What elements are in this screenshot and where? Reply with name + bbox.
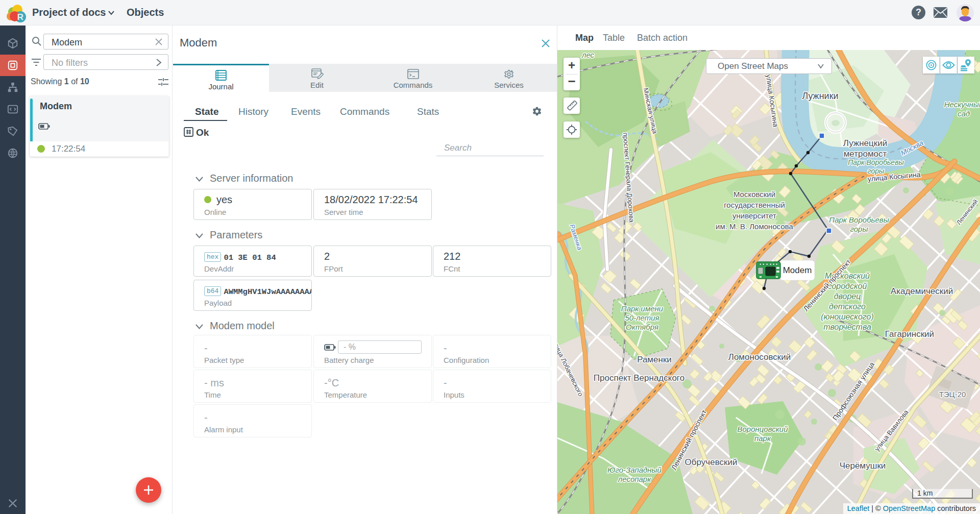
svg-text:парк: парк bbox=[754, 434, 771, 443]
svg-text:50-летия: 50-летия bbox=[625, 313, 659, 322]
svg-text:Гагаринский: Гагаринский bbox=[885, 329, 934, 339]
svg-text:сад: сад bbox=[958, 109, 970, 118]
svg-text:ТЭЦ-20: ТЭЦ-20 bbox=[939, 390, 966, 399]
svg-text:творчества: творчества bbox=[823, 323, 871, 331]
svg-text:Московский: Московский bbox=[733, 190, 775, 199]
svg-text:Октября: Октября bbox=[626, 323, 658, 331]
svg-text:(юношеского): (юношеского) bbox=[821, 312, 873, 321]
svg-text:Воронцовский: Воронцовский bbox=[738, 425, 789, 433]
svg-text:горы: горы bbox=[850, 225, 868, 233]
svg-text:Ломоносовский: Ломоносовский bbox=[728, 352, 791, 362]
svg-text:университет: университет bbox=[732, 211, 776, 220]
svg-text:Нескучный: Нескучный bbox=[944, 100, 980, 109]
svg-text:Парк имени: Парк имени bbox=[621, 304, 664, 313]
svg-text:лес: лес bbox=[581, 51, 595, 59]
svg-text:Раменки: Раменки bbox=[637, 355, 672, 364]
svg-text:Юго-Западный: Юго-Западный bbox=[607, 466, 662, 474]
svg-text:дворец: дворец bbox=[834, 292, 861, 301]
svg-text:Черёмушки: Черёмушки bbox=[840, 461, 886, 471]
svg-text:Лужники: Лужники bbox=[802, 91, 838, 101]
svg-text:Парк Воробьевы: Парк Воробьевы bbox=[829, 215, 889, 224]
svg-text:лесопарк: лесопарк bbox=[618, 475, 651, 483]
svg-text:Modem: Modem bbox=[783, 265, 812, 275]
svg-text:R: R bbox=[17, 12, 23, 22]
svg-text:Обручевский: Обручевский bbox=[685, 457, 738, 467]
svg-text:Лужнецкий: Лужнецкий bbox=[843, 138, 887, 148]
svg-text:им. М. В. Ломоносова: им. М. В. Ломоносова bbox=[716, 222, 793, 231]
svg-text:Парк Воробьевы: Парк Воробьевы bbox=[848, 158, 904, 166]
svg-text:Проспект Вернадского: Проспект Вернадского bbox=[594, 373, 684, 383]
svg-text:метромост: метромост bbox=[844, 149, 887, 159]
svg-text:государственный: государственный bbox=[724, 201, 785, 209]
svg-text:детского: детского bbox=[829, 302, 866, 311]
svg-text:Академический: Академический bbox=[891, 286, 953, 296]
